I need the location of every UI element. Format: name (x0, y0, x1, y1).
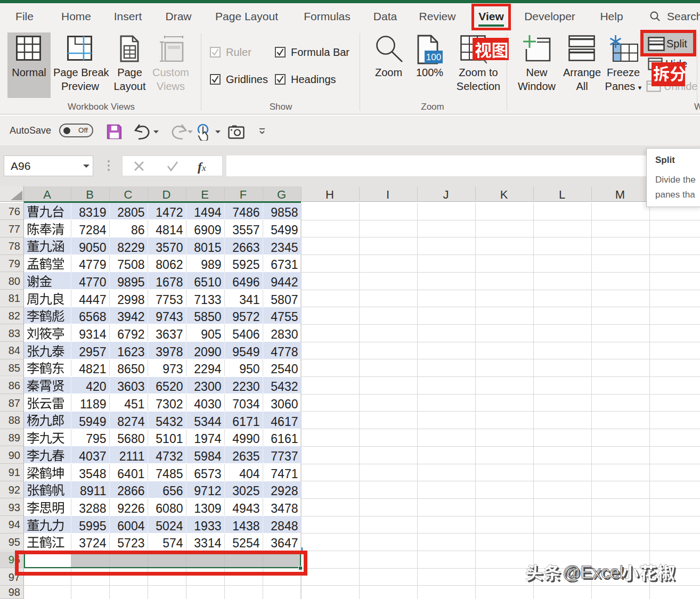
svg-text:100: 100 (426, 52, 441, 62)
